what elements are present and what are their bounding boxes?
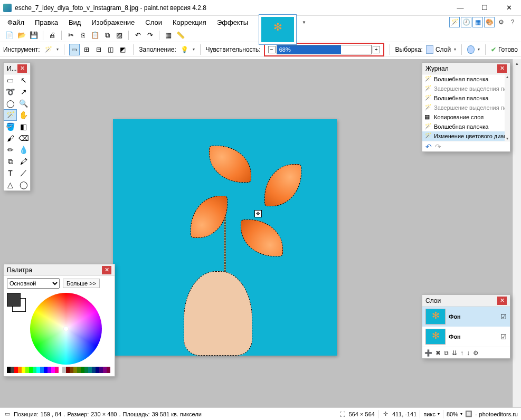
tool-gradient[interactable]: ◧ xyxy=(17,121,30,132)
palette-color[interactable] xyxy=(73,367,77,373)
tool-text[interactable]: T xyxy=(4,167,17,179)
tool-move[interactable]: ↗ xyxy=(17,86,30,98)
menu-layers[interactable]: Слои xyxy=(141,17,166,27)
zoom-dropdown-icon[interactable]: ▾ xyxy=(460,412,462,416)
history-list[interactable]: 🪄Волшебная палочка 🪄Завершение выделения… xyxy=(422,74,510,141)
history-undo-icon[interactable]: ↶ xyxy=(425,142,432,151)
commit-label[interactable]: Готово xyxy=(498,46,518,53)
layer-delete-icon[interactable]: ✖ xyxy=(435,349,441,357)
tool-brush[interactable]: 🖌 xyxy=(4,132,17,144)
help-icon[interactable]: ? xyxy=(507,18,518,26)
tools-panel-close-icon[interactable]: ✕ xyxy=(17,64,27,73)
palette-color[interactable] xyxy=(81,367,84,373)
tool-ellipse-select[interactable]: ◯ xyxy=(4,98,17,109)
tool-rect[interactable]: ◯ xyxy=(17,179,30,190)
paste-icon[interactable]: 📋 xyxy=(90,30,100,41)
palette-color[interactable] xyxy=(103,367,107,373)
color-swatches[interactable] xyxy=(7,293,27,314)
tool-pan[interactable]: ✋ xyxy=(17,109,30,121)
menu-edit[interactable]: Правка xyxy=(31,17,62,27)
palette-color[interactable] xyxy=(55,367,59,373)
layer-visible-checkbox[interactable]: ☑ xyxy=(500,333,507,341)
mode-intersect-icon[interactable]: ◫ xyxy=(106,44,116,55)
layer-up-icon[interactable]: ↑ xyxy=(460,349,463,357)
palette-color[interactable] xyxy=(51,367,55,373)
tolerance-plus-button[interactable]: + xyxy=(373,46,380,53)
redo-icon[interactable]: ↷ xyxy=(145,30,155,41)
history-scrollbar[interactable]: ▴▾ xyxy=(505,74,510,141)
zoom-value[interactable]: 80% xyxy=(447,411,458,417)
zoom-fit-icon[interactable]: 🔲 xyxy=(465,410,473,418)
palette-color[interactable] xyxy=(70,367,73,373)
palette-color[interactable] xyxy=(44,367,48,373)
history-redo-icon[interactable]: ↷ xyxy=(435,142,441,151)
history-item[interactable]: 🪄Волшебная палочка xyxy=(422,74,510,84)
contiguous-icon[interactable] xyxy=(467,45,475,54)
minimize-button[interactable]: — xyxy=(448,0,472,16)
palette-color[interactable] xyxy=(92,367,96,373)
history-item[interactable]: 🪄Изменение цветового диапазона xyxy=(422,131,510,141)
palette-color[interactable] xyxy=(33,367,36,373)
layer-row[interactable]: Фон ☑ xyxy=(422,307,510,327)
history-panel-close-icon[interactable]: ✕ xyxy=(497,64,507,73)
palette-color[interactable] xyxy=(96,367,99,373)
palette-color[interactable] xyxy=(77,367,81,373)
palette-color[interactable] xyxy=(18,367,22,373)
contiguous-dropdown-icon[interactable]: ▾ xyxy=(478,47,480,52)
menu-adjust[interactable]: Коррекция xyxy=(168,17,211,27)
color-mode-select[interactable]: Основной xyxy=(7,278,60,289)
palette-color[interactable] xyxy=(40,367,44,373)
tool-shape[interactable]: △ xyxy=(4,179,17,190)
tool-eyedropper[interactable]: 💧 xyxy=(17,144,30,156)
menu-effects[interactable]: Эффекты xyxy=(213,17,252,27)
tool-move-sel[interactable]: ↖ xyxy=(17,74,30,86)
palette-color[interactable] xyxy=(7,367,11,373)
canvas[interactable]: ✥ xyxy=(113,119,337,356)
history-item[interactable]: 🪄Завершение выделения палочкой xyxy=(422,84,510,93)
layer-merge-icon[interactable]: ⇊ xyxy=(452,349,457,357)
palette-color[interactable] xyxy=(14,367,18,373)
palette-color[interactable] xyxy=(88,367,92,373)
units-label[interactable]: пикс xyxy=(423,411,435,417)
layer-props-icon[interactable]: ⚙ xyxy=(473,349,479,357)
vertical-scrollbar[interactable]: ▴ xyxy=(513,59,521,407)
new-icon[interactable]: 📄 xyxy=(4,30,15,41)
tool-magic-wand[interactable]: 🪄 xyxy=(4,109,17,121)
crop-icon[interactable]: ⧉ xyxy=(102,30,112,41)
fill-icon[interactable]: 💡 xyxy=(179,44,190,55)
undo-icon[interactable]: ↶ xyxy=(132,30,143,41)
sample-dropdown-icon[interactable]: ▾ xyxy=(454,47,456,52)
thumb-dropdown-icon[interactable]: ▼ xyxy=(302,20,306,25)
palette-color[interactable] xyxy=(99,367,103,373)
palette-color[interactable] xyxy=(62,367,66,373)
tool-recolor[interactable]: 🖍 xyxy=(17,156,30,167)
mode-replace-icon[interactable]: ▭ xyxy=(69,44,79,55)
layers-window-icon[interactable]: ▦ xyxy=(472,17,483,27)
history-item[interactable]: 🪄Волшебная палочка xyxy=(422,122,510,131)
tools-window-icon[interactable]: 🪄 xyxy=(449,17,460,27)
palette-color[interactable] xyxy=(11,367,14,373)
sample-layer-label[interactable]: Слой xyxy=(435,46,451,53)
grid-icon[interactable]: ▦ xyxy=(163,30,174,41)
maximize-button[interactable]: ☐ xyxy=(472,0,497,16)
open-icon[interactable]: 📂 xyxy=(16,30,27,41)
tool-clone[interactable]: ⧉ xyxy=(4,156,17,167)
menu-view[interactable]: Вид xyxy=(64,17,86,27)
layer-add-icon[interactable]: ➕ xyxy=(424,349,432,357)
layers-panel-close-icon[interactable]: ✕ xyxy=(497,297,507,305)
deselect-icon[interactable]: ▨ xyxy=(114,30,125,41)
save-icon[interactable]: 💾 xyxy=(29,30,39,41)
tool-dropdown-icon[interactable]: ▾ xyxy=(56,47,59,52)
menu-image[interactable]: Изображение xyxy=(87,17,139,27)
colors-window-icon[interactable]: 🎨 xyxy=(484,17,495,27)
layer-visible-checkbox[interactable]: ☑ xyxy=(500,313,507,321)
palette-color[interactable] xyxy=(107,367,110,373)
history-window-icon[interactable]: 🕘 xyxy=(461,17,471,27)
tool-rect-select[interactable]: ▭ xyxy=(4,74,17,86)
color-wheel[interactable] xyxy=(30,293,102,365)
mode-xor-icon[interactable]: ◩ xyxy=(118,44,128,55)
tolerance-slider[interactable]: 68% xyxy=(277,45,372,54)
palette-color[interactable] xyxy=(29,367,33,373)
history-item[interactable]: 🪄Завершение выделения палочкой xyxy=(422,103,510,112)
tool-line[interactable]: ／ xyxy=(17,167,30,179)
